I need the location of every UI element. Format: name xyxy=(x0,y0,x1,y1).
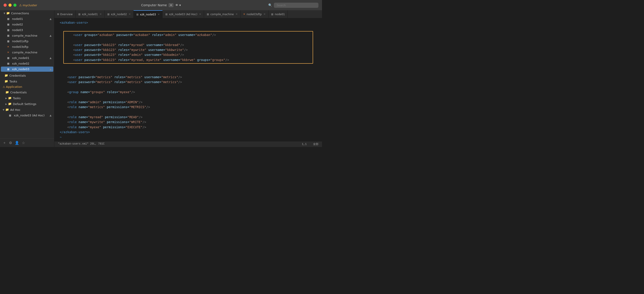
tab-xzk-node02[interactable]: ▦ xzk_node02 ✕ xyxy=(104,10,134,18)
adhoc-label: Ad Hoc xyxy=(10,108,20,111)
sidebar-item-compile-machine2[interactable]: ✕ compile_machine xyxy=(1,50,53,55)
tab-xzk-node03[interactable]: ▦ xzk_node03 ✕ xyxy=(134,10,162,18)
sidebar-application-section[interactable]: ⚠ Application xyxy=(0,84,54,89)
close-icon[interactable]: ✕ xyxy=(158,13,160,16)
close-icon[interactable]: ✕ xyxy=(264,13,266,16)
tab-node03sftp[interactable]: ✕ node03sftp ✕ xyxy=(240,10,268,18)
warning-icon: ⚠ xyxy=(3,85,5,88)
sidebar-item-node01[interactable]: ▦ node01 ▲ xyxy=(1,16,53,22)
grid-icon: ▦ xyxy=(7,18,11,21)
node-label: node02 xyxy=(12,23,23,26)
tabs-bar: ⊞ Overview ▦ xzk_node01 ✕ ▦ xzk_node02 ✕… xyxy=(54,10,322,18)
tab-xzk-node03-adhoc[interactable]: ▦ xzk_node03 (Ad Hoc) ✕ xyxy=(162,10,204,18)
grid-icon: ▦ xyxy=(7,68,11,71)
titlebar: ⚠ mycluster Computer Name ▾ 👁 ▾ 🔍 xyxy=(0,0,322,10)
sidebar-item-node02[interactable]: ▦ node02 xyxy=(1,22,53,27)
sidebar-credentials[interactable]: 📁 Credentials xyxy=(1,73,53,78)
node-label: xzk_node03 (Ad Hoc) xyxy=(14,114,44,117)
upload-icon: ▲ xyxy=(50,114,52,117)
grid-icon: ▦ xyxy=(207,13,209,16)
node-label: node01 xyxy=(12,17,23,21)
upload-icon: ▲ xyxy=(50,18,52,20)
chevron-right-icon: ▶ xyxy=(5,103,7,105)
eye-button[interactable]: 👁 ▾ xyxy=(175,3,181,7)
sidebar-tasks[interactable]: 📁 Tasks xyxy=(1,79,53,84)
credentials-label: Credentials xyxy=(9,74,26,77)
close-icon[interactable]: ✕ xyxy=(129,13,131,16)
sftp-x-icon: ✕ xyxy=(7,45,11,49)
folder-icon: 📁 xyxy=(8,96,12,100)
close-icon[interactable]: ✕ xyxy=(100,13,102,16)
sidebar-app-tasks[interactable]: ▶ 📁 Tasks xyxy=(1,95,53,101)
traffic-lights xyxy=(4,4,16,7)
editor-pre: <azkaban-users> <user groups="azkaban" p… xyxy=(54,20,322,140)
close-icon[interactable]: ✕ xyxy=(199,13,201,16)
status-bar: "azkaban-users.xml" 20L, 781C 1,1 全部 xyxy=(54,141,322,147)
highlighted-region: <user groups="azkaban" password="azkaban… xyxy=(63,31,313,64)
app-tasks-label: Tasks xyxy=(13,96,21,100)
tab-node01[interactable]: ▦ node01 xyxy=(268,10,288,18)
grid-icon: ▦ xyxy=(7,62,11,65)
close-icon[interactable]: ✕ xyxy=(236,13,238,16)
sidebar-adhoc-section[interactable]: ▼ 📁 Ad Hoc xyxy=(1,107,53,112)
sidebar-item-node03[interactable]: ▦ node03 xyxy=(1,28,53,33)
titlebar-center: Computer Name ▾ 👁 ▾ xyxy=(141,3,181,7)
node-label: xzk_node01 xyxy=(12,56,30,60)
node-label: node03sftp xyxy=(12,45,28,49)
grid-icon: ▦ xyxy=(7,23,11,26)
grid-icon: ▦ xyxy=(78,13,80,16)
settings-button[interactable]: ⚙ xyxy=(9,141,12,145)
grid-icon: ▦ xyxy=(9,114,12,117)
grid-icon: ▦ xyxy=(165,13,168,16)
sidebar-footer: ＋ ⚙ 👤 ☆ xyxy=(0,138,54,147)
search-icon: 🔍 xyxy=(268,3,272,7)
node-label: node01sftp xyxy=(12,40,28,43)
folder-icon: 📁 xyxy=(4,74,8,77)
tasks-label: Tasks xyxy=(9,80,17,83)
grid-icon: ▦ xyxy=(7,34,11,37)
sidebar-item-node01sftp[interactable]: ▦ node01sftp xyxy=(1,39,53,44)
node-label: xzk_node02 xyxy=(12,62,30,65)
application-label: Application xyxy=(6,85,22,88)
sidebar-item-node03sftp[interactable]: ✕ node03sftp xyxy=(1,44,53,49)
sidebar-item-xzk-node02[interactable]: ▦ xzk_node02 xyxy=(1,61,53,66)
opening-tag: <azkaban-users> xyxy=(60,21,88,24)
grid-icon: ▦ xyxy=(271,13,274,16)
maximize-button[interactable] xyxy=(14,4,16,7)
sftp-x-icon: ✕ xyxy=(243,13,245,16)
upload-icon: ▲ xyxy=(50,57,52,59)
star-button[interactable]: ☆ xyxy=(22,141,25,145)
upload-icon: ▲ xyxy=(50,34,52,37)
grid-icon: ⊞ xyxy=(57,13,59,16)
app-credentials-label: Credentials xyxy=(10,91,27,94)
sidebar-item-xzk-node03[interactable]: ▦ xzk_node03 ▲ xyxy=(1,67,53,72)
grid-icon: ▦ xyxy=(7,29,11,32)
node-label: compile_machine xyxy=(12,34,38,37)
sftp-icon: ▦ xyxy=(7,40,11,43)
close-button[interactable] xyxy=(4,4,7,7)
upload-icon: ▲ xyxy=(50,68,52,71)
chevron-down-icon: ▼ xyxy=(3,109,4,111)
grid-icon: ▦ xyxy=(136,13,138,16)
default-settings-label: Default Settings xyxy=(13,102,36,106)
sidebar-item-compile-machine[interactable]: ▦ compile_machine ▲ xyxy=(1,33,53,38)
computer-name-dropdown[interactable]: ▾ xyxy=(168,3,174,7)
user-button[interactable]: 👤 xyxy=(15,141,19,145)
tab-overview[interactable]: ⊞ Overview xyxy=(54,10,76,18)
sidebar-default-settings[interactable]: ▶ 📁 Default Settings xyxy=(1,101,53,107)
sidebar-item-xzk-node03-adhoc[interactable]: ▦ xzk_node03 (Ad Hoc) ▲ xyxy=(1,113,53,118)
editor-content[interactable]: <azkaban-users> <user groups="azkaban" p… xyxy=(54,18,322,141)
search-input[interactable] xyxy=(274,3,318,8)
computer-name-label: Computer Name xyxy=(141,3,167,7)
grid-icon: ▦ xyxy=(7,57,11,60)
editor-area: ⊞ Overview ▦ xzk_node01 ✕ ▦ xzk_node02 ✕… xyxy=(54,10,322,147)
tab-compile-machine[interactable]: ▦ compile_machine ✕ xyxy=(204,10,240,18)
tab-xzk-node01[interactable]: ▦ xzk_node01 ✕ xyxy=(76,10,104,18)
sidebar-connections-header[interactable]: ▼ 📁 Connections xyxy=(0,11,53,16)
sidebar-app-credentials[interactable]: 📁 Credentials xyxy=(1,90,53,95)
add-button[interactable]: ＋ xyxy=(3,140,6,145)
status-filename: "azkaban-users.xml" 20L, 781C xyxy=(58,142,104,146)
sidebar-item-xzk-node01[interactable]: ▦ xzk_node01 ▲ xyxy=(1,55,53,61)
folder-icon: 📁 xyxy=(4,80,8,83)
minimize-button[interactable] xyxy=(8,4,12,7)
